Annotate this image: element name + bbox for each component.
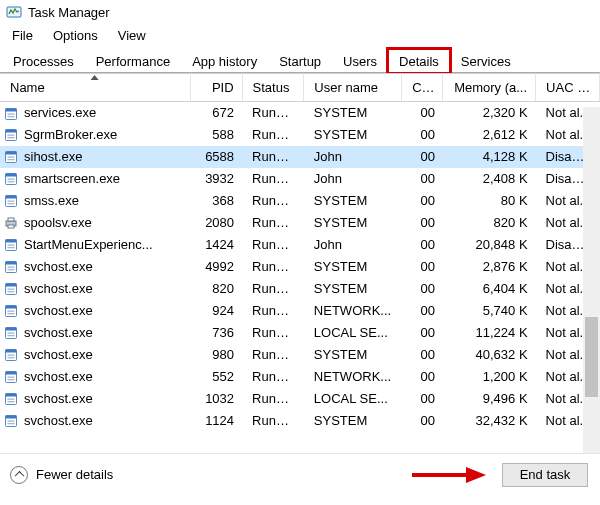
column-header-status[interactable]: Status bbox=[242, 74, 304, 102]
cell-user: LOCAL SE... bbox=[304, 388, 402, 410]
table-row[interactable]: svchost.exe4992Runni...SYSTEM002,876 KNo… bbox=[0, 256, 600, 278]
table-row[interactable]: StartMenuExperienc...1424Runni...John002… bbox=[0, 234, 600, 256]
cell-memory: 40,632 K bbox=[443, 344, 536, 366]
svg-rect-23 bbox=[8, 225, 14, 228]
cell-name: sihost.exe bbox=[24, 149, 83, 164]
column-header-uac[interactable]: UAC vi... bbox=[536, 74, 600, 102]
column-header-pid[interactable]: PID bbox=[191, 74, 243, 102]
cell-memory: 2,408 K bbox=[443, 168, 536, 190]
cell-status: Runni... bbox=[242, 388, 304, 410]
cell-pid: 980 bbox=[191, 344, 243, 366]
column-header-memory[interactable]: Memory (a... bbox=[443, 74, 536, 102]
cell-memory: 9,496 K bbox=[443, 388, 536, 410]
cell-status: Runni... bbox=[242, 344, 304, 366]
cell-memory: 6,404 K bbox=[443, 278, 536, 300]
svg-rect-30 bbox=[8, 267, 15, 268]
svg-rect-26 bbox=[8, 245, 15, 246]
cell-status: Runni... bbox=[242, 234, 304, 256]
cell-name: svchost.exe bbox=[24, 413, 93, 428]
cell-name: svchost.exe bbox=[24, 325, 93, 340]
end-task-button[interactable]: End task bbox=[502, 463, 588, 487]
svg-rect-7 bbox=[8, 135, 15, 136]
cell-user: NETWORK... bbox=[304, 366, 402, 388]
table-row[interactable]: svchost.exe820Runni...SYSTEM006,404 KNot… bbox=[0, 278, 600, 300]
title-bar: Task Manager bbox=[0, 0, 600, 24]
svg-rect-31 bbox=[8, 269, 15, 270]
table-row[interactable]: svchost.exe980Runni...SYSTEM0040,632 KNo… bbox=[0, 344, 600, 366]
menu-file[interactable]: File bbox=[2, 26, 43, 45]
process-icon bbox=[4, 216, 18, 230]
column-header-cpu[interactable]: CPU bbox=[402, 74, 443, 102]
svg-rect-39 bbox=[8, 313, 15, 314]
table-row[interactable]: svchost.exe1124Runni...SYSTEM0032,432 KN… bbox=[0, 410, 600, 432]
svg-rect-42 bbox=[8, 333, 15, 334]
tab-app-history[interactable]: App history bbox=[181, 49, 268, 73]
svg-marker-61 bbox=[466, 467, 486, 483]
menu-view[interactable]: View bbox=[108, 26, 156, 45]
svg-rect-54 bbox=[8, 399, 15, 400]
cell-pid: 588 bbox=[191, 124, 243, 146]
svg-rect-57 bbox=[6, 416, 17, 419]
vertical-scrollbar[interactable] bbox=[583, 107, 600, 453]
cell-memory: 4,128 K bbox=[443, 146, 536, 168]
table-row[interactable]: svchost.exe1032Runni...LOCAL SE...009,49… bbox=[0, 388, 600, 410]
svg-rect-58 bbox=[8, 421, 15, 422]
tab-services[interactable]: Services bbox=[450, 49, 522, 73]
tab-users[interactable]: Users bbox=[332, 49, 388, 73]
tab-processes[interactable]: Processes bbox=[2, 49, 85, 73]
table-row[interactable]: services.exe672Runni...SYSTEM002,320 KNo… bbox=[0, 102, 600, 124]
table-row[interactable]: svchost.exe552Runni...NETWORK...001,200 … bbox=[0, 366, 600, 388]
cell-name: smss.exe bbox=[24, 193, 79, 208]
svg-rect-12 bbox=[8, 159, 15, 160]
window-title: Task Manager bbox=[28, 5, 110, 20]
process-icon bbox=[4, 238, 18, 252]
svg-rect-45 bbox=[6, 350, 17, 353]
table-row[interactable]: svchost.exe924Runni...NETWORK...005,740 … bbox=[0, 300, 600, 322]
svg-rect-47 bbox=[8, 357, 15, 358]
cell-memory: 20,848 K bbox=[443, 234, 536, 256]
cell-status: Runni... bbox=[242, 124, 304, 146]
process-icon bbox=[4, 194, 18, 208]
table-row[interactable]: smss.exe368Runni...SYSTEM0080 KNot al... bbox=[0, 190, 600, 212]
cell-pid: 4992 bbox=[191, 256, 243, 278]
process-icon bbox=[4, 370, 18, 384]
menu-options[interactable]: Options bbox=[43, 26, 108, 45]
cell-pid: 6588 bbox=[191, 146, 243, 168]
tab-performance[interactable]: Performance bbox=[85, 49, 181, 73]
svg-rect-10 bbox=[6, 152, 17, 155]
cell-memory: 2,612 K bbox=[443, 124, 536, 146]
table-row[interactable]: smartscreen.exe3932Runni...John002,408 K… bbox=[0, 168, 600, 190]
tab-details[interactable]: Details bbox=[388, 49, 450, 73]
table-row[interactable]: sihost.exe6588Runni...John004,128 KDisab… bbox=[0, 146, 600, 168]
cell-cpu: 00 bbox=[402, 190, 443, 212]
svg-rect-15 bbox=[8, 179, 15, 180]
cell-user: SYSTEM bbox=[304, 410, 402, 432]
svg-rect-41 bbox=[6, 328, 17, 331]
cell-memory: 11,224 K bbox=[443, 322, 536, 344]
cell-name: svchost.exe bbox=[24, 369, 93, 384]
svg-rect-50 bbox=[8, 377, 15, 378]
cell-memory: 820 K bbox=[443, 212, 536, 234]
svg-rect-49 bbox=[6, 372, 17, 375]
tab-startup[interactable]: Startup bbox=[268, 49, 332, 73]
cell-name: smartscreen.exe bbox=[24, 171, 120, 186]
svg-rect-27 bbox=[8, 247, 15, 248]
cell-name: svchost.exe bbox=[24, 281, 93, 296]
scrollbar-thumb[interactable] bbox=[585, 317, 598, 397]
column-header-user[interactable]: User name bbox=[304, 74, 402, 102]
process-icon bbox=[4, 304, 18, 318]
table-row[interactable]: svchost.exe736Runni...LOCAL SE...0011,22… bbox=[0, 322, 600, 344]
cell-user: John bbox=[304, 234, 402, 256]
fewer-details-toggle[interactable]: Fewer details bbox=[10, 466, 113, 484]
cell-status: Runni... bbox=[242, 102, 304, 124]
table-row[interactable]: SgrmBroker.exe588Runni...SYSTEM002,612 K… bbox=[0, 124, 600, 146]
svg-rect-55 bbox=[8, 401, 15, 402]
cell-memory: 5,740 K bbox=[443, 300, 536, 322]
column-header-name[interactable]: Name bbox=[0, 74, 191, 102]
cell-user: SYSTEM bbox=[304, 190, 402, 212]
svg-rect-34 bbox=[8, 289, 15, 290]
cell-name: svchost.exe bbox=[24, 347, 93, 362]
cell-status: Runni... bbox=[242, 190, 304, 212]
table-row[interactable]: spoolsv.exe2080Runni...SYSTEM00820 KNot … bbox=[0, 212, 600, 234]
svg-rect-35 bbox=[8, 291, 15, 292]
